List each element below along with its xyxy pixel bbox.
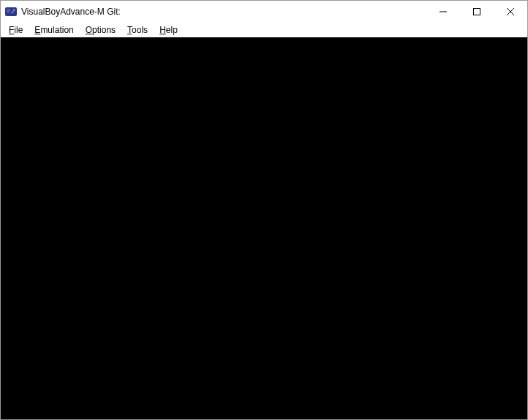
window-title: VisualBoyAdvance-M Git: bbox=[21, 7, 121, 17]
svg-point-2 bbox=[13, 10, 15, 11]
maximize-button[interactable] bbox=[460, 1, 494, 23]
app-icon bbox=[5, 7, 17, 17]
svg-rect-1 bbox=[7, 9, 10, 12]
window-controls bbox=[426, 1, 527, 23]
menubar: File Emulation Options Tools Help bbox=[1, 23, 527, 37]
minimize-button[interactable] bbox=[426, 1, 460, 23]
close-button[interactable] bbox=[494, 1, 527, 23]
emulator-display bbox=[1, 37, 527, 419]
menu-file[interactable]: File bbox=[3, 24, 29, 36]
svg-rect-5 bbox=[474, 9, 480, 15]
menu-tools[interactable]: Tools bbox=[121, 24, 154, 36]
menu-options[interactable]: Options bbox=[80, 24, 121, 36]
svg-point-3 bbox=[12, 12, 13, 13]
titlebar: VisualBoyAdvance-M Git: bbox=[1, 1, 527, 23]
menu-help[interactable]: Help bbox=[154, 24, 184, 36]
menu-emulation[interactable]: Emulation bbox=[29, 24, 79, 36]
